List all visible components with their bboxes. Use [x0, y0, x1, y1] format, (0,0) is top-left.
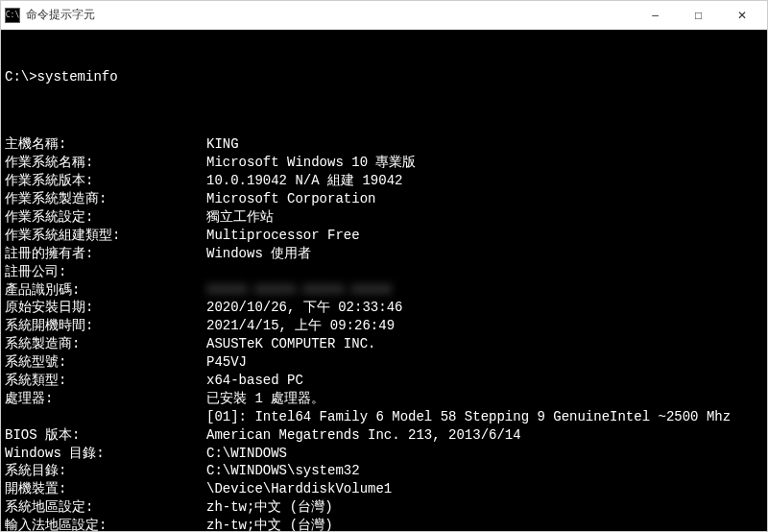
info-value: 已安裝 1 處理器。: [206, 390, 763, 408]
info-value: American Megatrends Inc. 213, 2013/6/14: [206, 426, 763, 445]
info-row: 處理器:已安裝 1 處理器。: [5, 390, 763, 408]
info-value: P45VJ: [206, 353, 763, 372]
info-value: Microsoft Windows 10 專業版: [206, 154, 763, 172]
info-row: [01]: Intel64 Family 6 Model 58 Stepping…: [5, 408, 763, 426]
info-label: 開機裝置:: [5, 480, 206, 498]
info-label: 輸入法地區設定:: [5, 517, 206, 531]
info-value: XXXXX-XXXXX-XXXXX-XXXXX: [206, 281, 763, 300]
info-label: 系統型號:: [5, 353, 206, 372]
terminal-output[interactable]: C:\>systeminfo 主機名稱:KING作業系統名稱:Microsoft…: [1, 30, 767, 531]
info-value: 10.0.19042 N/A 組建 19042: [206, 172, 763, 190]
info-label: BIOS 版本:: [5, 426, 206, 445]
info-label: 系統類型:: [5, 372, 206, 390]
info-label: Windows 目錄:: [5, 445, 206, 463]
info-value: 2020/10/26, 下午 02:33:46: [206, 299, 763, 317]
info-row: 開機裝置:\Device\HarddiskVolume1: [5, 480, 763, 498]
info-row: BIOS 版本:American Megatrends Inc. 213, 20…: [5, 426, 763, 445]
minimize-button[interactable]: –: [634, 2, 677, 29]
info-row: 註冊的擁有者:Windows 使用者: [5, 245, 763, 263]
info-label: 作業系統設定:: [5, 208, 206, 227]
cmd-window: C:\ 命令提示字元 – □ ✕ C:\>systeminfo 主機名稱:KIN…: [0, 0, 768, 532]
info-row: 系統開機時間:2021/4/15, 上午 09:26:49: [5, 317, 763, 335]
info-value: C:\WINDOWS\system32: [206, 462, 763, 480]
maximize-button[interactable]: □: [677, 2, 720, 29]
info-label: 註冊的擁有者:: [5, 245, 206, 263]
info-row: 作業系統製造商:Microsoft Corporation: [5, 190, 763, 208]
prompt-line: C:\>systeminfo: [5, 68, 763, 86]
info-label: 作業系統版本:: [5, 172, 206, 190]
info-row: 主機名稱:KING: [5, 135, 763, 154]
info-row: 作業系統組建類型:Multiprocessor Free: [5, 227, 763, 245]
close-button[interactable]: ✕: [720, 2, 763, 29]
info-row: Windows 目錄:C:\WINDOWS: [5, 445, 763, 463]
window-controls: – □ ✕: [634, 2, 763, 29]
info-row: 系統目錄:C:\WINDOWS\system32: [5, 462, 763, 480]
info-label: 系統製造商:: [5, 335, 206, 353]
info-row: 原始安裝日期:2020/10/26, 下午 02:33:46: [5, 299, 763, 317]
info-value: Multiprocessor Free: [206, 227, 763, 245]
info-label: 作業系統名稱:: [5, 154, 206, 172]
info-value: 獨立工作站: [206, 208, 763, 227]
info-value: x64-based PC: [206, 372, 763, 390]
info-row: 作業系統版本:10.0.19042 N/A 組建 19042: [5, 172, 763, 190]
info-label: 作業系統組建類型:: [5, 227, 206, 245]
info-value: [01]: Intel64 Family 6 Model 58 Stepping…: [5, 408, 731, 426]
info-row: 系統類型:x64-based PC: [5, 372, 763, 390]
info-label: 系統地區設定:: [5, 498, 206, 517]
info-row: 輸入法地區設定:zh-tw;中文 (台灣): [5, 517, 763, 531]
info-label: 註冊公司:: [5, 263, 206, 281]
info-label: 產品識別碼:: [5, 281, 206, 300]
info-value: zh-tw;中文 (台灣): [206, 517, 763, 531]
info-row: 系統地區設定:zh-tw;中文 (台灣): [5, 498, 763, 517]
info-row: 作業系統名稱:Microsoft Windows 10 專業版: [5, 154, 763, 172]
info-value: Windows 使用者: [206, 245, 763, 263]
cmd-icon: C:\: [5, 8, 20, 23]
info-label: 作業系統製造商:: [5, 190, 206, 208]
info-value: \Device\HarddiskVolume1: [206, 480, 763, 498]
titlebar: C:\ 命令提示字元 – □ ✕: [1, 1, 767, 30]
info-value: KING: [206, 135, 763, 154]
info-value: zh-tw;中文 (台灣): [206, 498, 763, 517]
info-value: 2021/4/15, 上午 09:26:49: [206, 317, 763, 335]
info-row: 作業系統設定:獨立工作站: [5, 208, 763, 227]
info-label: 處理器:: [5, 390, 206, 408]
info-row: 系統製造商:ASUSTeK COMPUTER INC.: [5, 335, 763, 353]
info-value: [206, 263, 763, 281]
info-row: 產品識別碼:XXXXX-XXXXX-XXXXX-XXXXX: [5, 281, 763, 300]
info-value: ASUSTeK COMPUTER INC.: [206, 335, 763, 353]
info-value: C:\WINDOWS: [206, 445, 763, 463]
window-title: 命令提示字元: [26, 7, 634, 23]
info-label: 主機名稱:: [5, 135, 206, 154]
info-value: Microsoft Corporation: [206, 190, 763, 208]
info-label: 系統目錄:: [5, 462, 206, 480]
info-row: 註冊公司:: [5, 263, 763, 281]
info-label: 原始安裝日期:: [5, 299, 206, 317]
info-label: 系統開機時間:: [5, 317, 206, 335]
info-row: 系統型號:P45VJ: [5, 353, 763, 372]
systeminfo-output: 主機名稱:KING作業系統名稱:Microsoft Windows 10 專業版…: [5, 135, 763, 531]
